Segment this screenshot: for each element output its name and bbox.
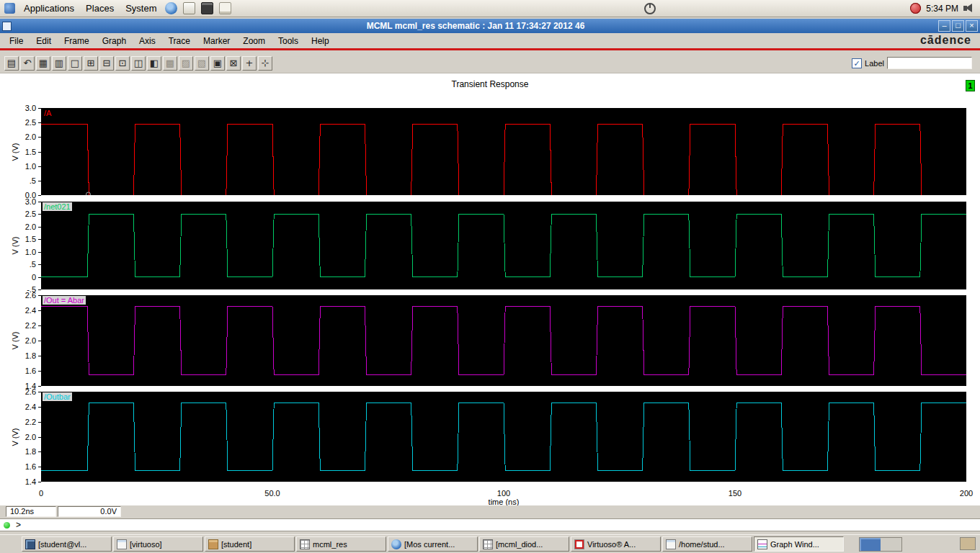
taskbar-button-5[interactable]: [Mos current... — [388, 536, 478, 552]
workspace-1[interactable] — [860, 538, 881, 551]
y-tick-label: 2.6 — [0, 387, 36, 396]
window-titlebar[interactable]: MCML mcml_res schematic : Jan 11 17:34:2… — [0, 19, 980, 33]
menu-zoom[interactable]: Zoom — [236, 36, 272, 46]
command-line[interactable]: > — [0, 518, 980, 531]
toolbar: ▤↶▦▥□⊞⊟⊡◫◧▩▨▧▣⊠+⊹ ✓ Label — [0, 53, 980, 73]
label-checkbox-text: Label — [865, 59, 884, 68]
taskbar-tray-icon[interactable] — [960, 537, 976, 550]
x-tick-label: 200 — [960, 489, 973, 498]
menu-frame[interactable]: Frame — [58, 36, 96, 46]
subwindow-add-icon[interactable]: ⊞ — [84, 56, 98, 71]
waveform-canvas[interactable] — [41, 108, 966, 195]
menu-trace[interactable]: Trace — [162, 36, 197, 46]
taskbar-button-9[interactable]: Graph Wind... — [754, 536, 844, 552]
menu-file[interactable]: File — [3, 36, 30, 46]
composite-mode-icon[interactable]: ▨ — [179, 56, 193, 71]
graph-title: Transient Response — [0, 79, 980, 89]
menu-tools[interactable]: Tools — [272, 36, 305, 46]
waveform-panel-outbar[interactable]: /Outbar — [41, 392, 966, 482]
y-tick-label: 2.5 — [0, 210, 36, 218]
waveform-trace[interactable] — [41, 307, 966, 375]
taskbar-button-1[interactable]: [student@vl... — [22, 536, 112, 552]
waveform-canvas[interactable] — [41, 295, 966, 386]
maximize-button[interactable]: □ — [952, 20, 964, 32]
cadence-red-stripe — [0, 48, 980, 50]
terminal-icon[interactable] — [201, 2, 213, 14]
menubar: FileEditFrameGraphAxisTraceMarkerZoomToo… — [0, 33, 980, 48]
session-clock-icon[interactable] — [643, 2, 656, 18]
taskbar-button-label: Virtuoso® A... — [587, 540, 636, 549]
waveform-trace[interactable] — [41, 403, 966, 471]
smith-mode-icon[interactable]: ▧ — [195, 56, 209, 71]
overlay-mode-icon[interactable]: ▩ — [163, 56, 177, 71]
label-input[interactable] — [887, 57, 972, 69]
y-tick-label: 0 — [0, 273, 36, 282]
taskbar-button-8[interactable]: /home/stud... — [662, 536, 752, 552]
y-tick-label: 1.0 — [0, 162, 36, 171]
taskbar-button-label: [Mos current... — [404, 540, 455, 549]
cursor-marker-icon — [86, 192, 91, 195]
taskbar-button-label: [mcml_diod... — [496, 540, 543, 549]
web-browser-icon[interactable] — [165, 2, 177, 14]
waveform-panel-net021[interactable]: /net021 — [41, 202, 966, 289]
fit-view-icon[interactable]: ▣ — [210, 56, 225, 71]
waveform-trace[interactable] — [41, 124, 966, 195]
menu-help[interactable]: Help — [305, 36, 336, 46]
pan-icon[interactable]: ⊹ — [258, 56, 272, 71]
volume-icon[interactable] — [963, 3, 976, 14]
gnome-launchers — [162, 2, 234, 14]
y-tick-label: 1.5 — [0, 235, 36, 243]
waveform-panel-a[interactable]: /A — [41, 108, 966, 195]
trace-label[interactable]: /A — [43, 109, 53, 117]
taskbar-button-3[interactable]: [student] — [205, 536, 295, 552]
window-menu-icon[interactable] — [2, 22, 12, 31]
workspace-2[interactable] — [881, 538, 901, 551]
print-icon[interactable]: ▤ — [4, 56, 19, 71]
y-tick-label: 2.4 — [0, 306, 36, 315]
updates-alert-icon[interactable] — [910, 3, 921, 14]
waveform-canvas[interactable] — [41, 392, 966, 482]
gnome-menu-system[interactable]: System — [120, 3, 162, 14]
menu-marker[interactable]: Marker — [197, 36, 236, 46]
split-horizontal-icon[interactable]: ◧ — [147, 56, 161, 71]
subwindow-dup-icon[interactable]: ⊡ — [115, 56, 130, 71]
menu-graph[interactable]: Graph — [96, 36, 133, 46]
split-vertical-icon[interactable]: ◫ — [131, 56, 146, 71]
y-tick-label: 1.4 — [0, 477, 36, 486]
y-tick-label: 2.6 — [0, 291, 36, 300]
text-editor-icon[interactable] — [219, 2, 231, 14]
menu-edit[interactable]: Edit — [30, 36, 58, 46]
email-icon[interactable] — [183, 2, 195, 14]
y-tick-label: 1.6 — [0, 367, 36, 375]
y-tick-label: 2.0 — [0, 433, 36, 441]
virtuoso-icon — [574, 539, 584, 549]
close-button[interactable]: × — [966, 20, 978, 32]
taskbar-button-2[interactable]: [virtuoso] — [113, 536, 203, 552]
strip-mode-icon[interactable]: ▥ — [52, 56, 66, 71]
subwindow-badge[interactable]: 1 — [966, 80, 975, 91]
waveform-canvas[interactable] — [41, 202, 966, 289]
new-sheet-icon[interactable]: □ — [68, 56, 82, 71]
menu-axis[interactable]: Axis — [133, 36, 162, 46]
undo-icon[interactable]: ↶ — [20, 56, 35, 71]
gnome-menu-applications[interactable]: Applications — [18, 3, 80, 14]
taskbar-button-4[interactable]: mcml_res — [296, 536, 386, 552]
trace-label[interactable]: /Outbar — [43, 392, 72, 401]
waveform-trace[interactable] — [41, 214, 966, 276]
gnome-menu-places[interactable]: Places — [80, 3, 120, 14]
grid-icon[interactable]: ▦ — [36, 56, 50, 71]
taskbar-button-7[interactable]: Virtuoso® A... — [571, 536, 661, 552]
trace-label[interactable]: /net021 — [43, 202, 72, 211]
crosshair-icon[interactable]: + — [242, 56, 257, 71]
taskbar-button-6[interactable]: [mcml_diod... — [479, 536, 569, 552]
schematic-icon — [300, 539, 310, 549]
label-checkbox[interactable]: ✓ — [852, 58, 862, 68]
minimize-button[interactable]: – — [938, 20, 950, 32]
subwindow-remove-icon[interactable]: ⊟ — [99, 56, 114, 71]
trace-label[interactable]: /Out = Abar — [43, 296, 86, 305]
window-title: MCML mcml_res schematic : Jan 11 17:34:2… — [14, 21, 937, 31]
clock[interactable]: 5:34 PM — [926, 4, 958, 14]
zoom-box-icon[interactable]: ⊠ — [226, 56, 241, 71]
waveform-panel-outabar[interactable]: /Out = Abar — [41, 295, 966, 386]
distro-logo-icon[interactable] — [4, 3, 15, 14]
